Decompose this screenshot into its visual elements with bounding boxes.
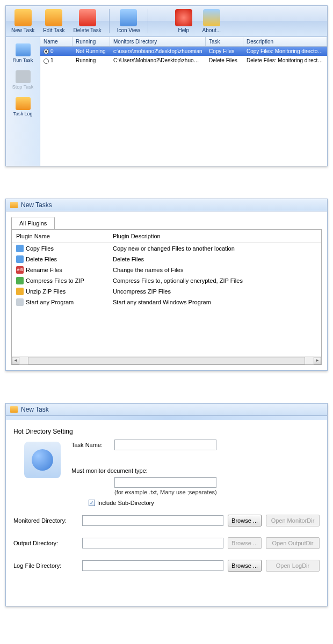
table-header: Name Running Monitors Directory Task Des… — [40, 37, 327, 47]
task-table: Name Running Monitors Directory Task Des… — [40, 37, 327, 166]
stop-task-button[interactable]: Stop Task — [7, 67, 39, 93]
task-name-input[interactable] — [114, 440, 216, 450]
plugin-icon — [16, 288, 24, 295]
scroll-left-icon[interactable]: ◄ — [12, 357, 19, 364]
sidebar: Run TaskStop TaskTask Log — [6, 37, 40, 166]
help-button[interactable]: Help — [170, 7, 198, 35]
dir-label: Log File Directory: — [13, 562, 78, 569]
plugin-row[interactable]: Copy FilesCopy new or changed Files to a… — [12, 243, 321, 254]
toolbar: New TaskEdit TaskDelete TaskIcon ViewHel… — [6, 6, 327, 37]
dir-label: Output Directory: — [13, 540, 78, 546]
edit-task-button[interactable]: Edit Task — [39, 7, 69, 35]
plugin-row[interactable]: Delete FilesDelete Files — [12, 254, 321, 265]
section-title: Hot Directory Setting — [13, 428, 320, 435]
horizontal-scrollbar[interactable]: ◄ ► — [12, 356, 321, 364]
monitor-type-hint: (for example .txt, Many use ;separates) — [114, 489, 320, 495]
plugin-row[interactable]: Compress Files to ZIPCompress Files to, … — [12, 275, 321, 286]
col-running[interactable]: Running — [73, 37, 110, 46]
main-window: New TaskEdit TaskDelete TaskIcon ViewHel… — [5, 5, 328, 166]
open-dir-button: Open OutputDir — [266, 537, 320, 549]
delete-task-button[interactable]: Delete Task — [69, 7, 106, 35]
col-plugin-name[interactable]: Plugin Name — [16, 233, 113, 239]
task-name-label: Task Name: — [71, 442, 114, 448]
plugin-icon — [16, 298, 24, 306]
plugin-icon — [16, 277, 24, 284]
browse-button[interactable]: Browse ... — [228, 560, 262, 572]
open-dir-button: Open LogDir — [266, 560, 320, 572]
about-button[interactable]: About... — [198, 7, 226, 35]
task-log-button[interactable]: Task Log — [7, 94, 39, 120]
table-row[interactable]: 0Not Runningc:\users\mobiano2\desktop\zh… — [40, 47, 327, 56]
plugin-icon — [16, 255, 24, 263]
plugin-list-pane: Plugin Name Plugin Description Copy File… — [11, 229, 322, 365]
new-tasks-window: New Tasks All Plugins Plugin Name Plugin… — [5, 199, 328, 371]
window-title: New Tasks — [21, 201, 52, 209]
dir-label: Monitored Directory: — [13, 517, 78, 524]
directory-row: Log File Directory: Browse ... Open LogD… — [13, 560, 320, 572]
monitor-type-label: Must monitor document type: — [71, 467, 320, 474]
plugin-row[interactable]: Start any ProgramStart any standard Wind… — [12, 297, 321, 308]
new-task-window: New Task Hot Directory Setting Task Name… — [5, 403, 328, 606]
folder-icon — [10, 202, 18, 208]
directory-row: Output Directory: Browse ... Open Output… — [13, 537, 320, 549]
col-name[interactable]: Name — [40, 37, 73, 46]
plugin-row[interactable]: A·BRename FilesChange the names of Files — [12, 265, 321, 275]
col-monitors[interactable]: Monitors Directory — [110, 37, 206, 46]
col-plugin-desc[interactable]: Plugin Description — [113, 233, 161, 239]
folder-icon — [10, 406, 18, 413]
plugin-icon — [16, 245, 24, 252]
title-bar: New Task — [6, 404, 327, 416]
dir-input[interactable] — [82, 538, 223, 548]
window-title: New Task — [21, 406, 49, 413]
plugin-icon: A·B — [16, 266, 24, 274]
directory-row: Monitored Directory: Browse ... Open Mon… — [13, 515, 320, 526]
include-subdir-checkbox[interactable]: ✓ Include Sub-Directory — [89, 500, 320, 506]
plugin-row[interactable]: Unzip ZIP FilesUncompress ZIP Files — [12, 286, 321, 297]
open-dir-button: Open MonitorDir — [266, 515, 320, 526]
dir-input[interactable] — [82, 515, 223, 526]
col-task[interactable]: Task — [206, 37, 243, 46]
title-bar: New Tasks — [6, 199, 327, 211]
browse-button: Browse ... — [228, 537, 262, 549]
icon-view-button[interactable]: Icon View — [113, 7, 144, 35]
monitor-type-input[interactable] — [114, 477, 216, 488]
directory-icon — [24, 442, 61, 478]
scroll-right-icon[interactable]: ► — [314, 357, 321, 364]
table-row[interactable]: 1RunningC:\Users\Mobiano2\Desktop\zhuomi… — [40, 56, 327, 65]
dir-input[interactable] — [82, 560, 223, 571]
tab-all-plugins[interactable]: All Plugins — [11, 217, 55, 229]
browse-button[interactable]: Browse ... — [228, 515, 262, 526]
col-description[interactable]: Description — [243, 37, 327, 46]
run-task-button[interactable]: Run Task — [7, 40, 39, 66]
new-task-button[interactable]: New Task — [7, 7, 39, 35]
